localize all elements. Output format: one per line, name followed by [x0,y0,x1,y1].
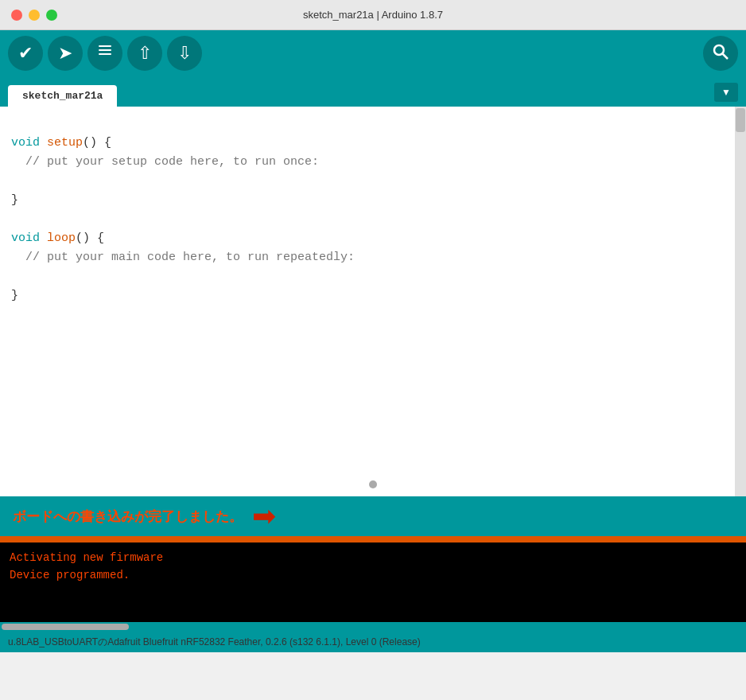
tab-dropdown-button[interactable]: ▼ [714,83,738,102]
console-line2: Device programmed. [10,569,130,581]
tab-label: sketch_mar21a [22,90,103,102]
right-scrollbar[interactable] [735,107,746,496]
progress-container [0,536,746,542]
progress-bar [0,536,746,542]
upload-icon: ➤ [58,43,72,64]
search-button[interactable] [703,36,738,71]
open-icon: ⇧ [138,43,152,64]
new-button[interactable] [87,36,122,71]
sketch-tab[interactable]: sketch_mar21a [8,85,117,107]
verify-icon: ✔ [18,43,33,64]
console-scrollbar[interactable] [2,624,129,630]
status-bar: ボードへの書き込みが完了しました。 ➡ [0,496,746,536]
svg-line-4 [723,53,729,59]
code-content: void setup() { // put your setup code he… [11,115,735,325]
board-info: u.8LAB_USBtoUARTのAdafruit Bluefruit nRF5… [8,636,421,649]
console-area: Activating new firmware Device programme… [0,542,746,622]
search-icon [712,43,729,64]
console-line1: Activating new firmware [10,551,163,564]
svg-rect-1 [99,49,111,51]
svg-rect-0 [99,45,111,47]
window-controls [11,10,57,21]
svg-rect-2 [99,53,111,55]
status-message: ボードへの書き込みが完了しました。 [13,508,243,526]
close-button[interactable] [11,10,22,21]
arrow-icon: ➡ [252,502,276,531]
upload-button[interactable]: ➤ [48,36,83,71]
save-icon: ⇩ [177,43,192,64]
bottom-status-bar: u.8LAB_USBtoUARTのAdafruit Bluefruit nRF5… [0,632,746,652]
console-output: Activating new firmware Device programme… [10,549,736,585]
verify-button[interactable]: ✔ [8,36,43,71]
chevron-down-icon: ▼ [721,87,731,98]
new-icon [96,42,114,64]
maximize-button[interactable] [46,10,57,21]
window-title: sketch_mar21a | Arduino 1.8.7 [303,9,443,21]
console-scrollbar-container [0,622,746,632]
code-editor[interactable]: void setup() { // put your setup code he… [0,107,746,496]
scrollbar-thumb [736,108,745,132]
scroll-indicator [369,480,377,488]
tab-bar: sketch_mar21a ▼ [0,76,746,107]
svg-point-3 [714,45,724,55]
toolbar: ✔ ➤ ⇧ ⇩ [0,30,746,76]
editor-wrapper: void setup() { // put your setup code he… [0,107,746,496]
open-button[interactable]: ⇧ [127,36,162,71]
save-button[interactable]: ⇩ [167,36,202,71]
minimize-button[interactable] [29,10,40,21]
title-bar: sketch_mar21a | Arduino 1.8.7 [0,0,746,30]
